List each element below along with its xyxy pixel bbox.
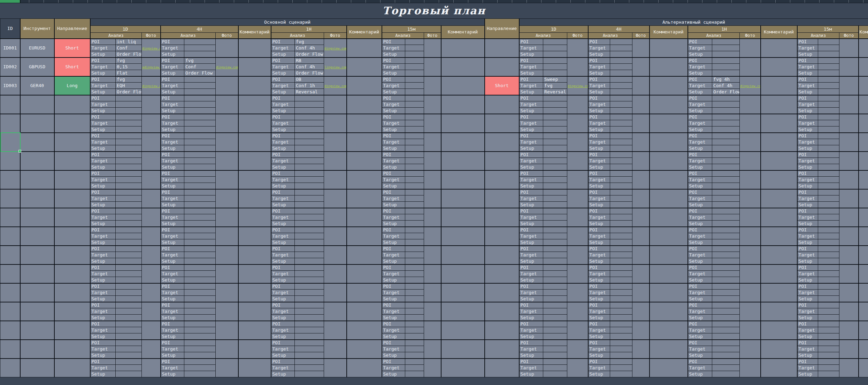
- photo-cell[interactable]: [632, 264, 650, 283]
- analysis-value-cell[interactable]: [543, 359, 567, 365]
- analysis-value-cell[interactable]: [295, 302, 324, 308]
- photo-cell[interactable]: [142, 321, 161, 340]
- analysis-value-cell[interactable]: [712, 333, 740, 340]
- analysis-value-cell[interactable]: [610, 170, 632, 177]
- analysis-value-cell[interactable]: [610, 264, 632, 271]
- comment-cell[interactable]: [347, 359, 382, 377]
- analysis-value-cell[interactable]: [295, 95, 324, 101]
- photo-cell[interactable]: [324, 227, 347, 246]
- analysis-value-cell[interactable]: [712, 133, 740, 139]
- analysis-value-cell[interactable]: [295, 258, 324, 264]
- analysis-value-cell[interactable]: [610, 152, 632, 158]
- analysis-value-cell[interactable]: [712, 352, 740, 359]
- analysis-value-cell[interactable]: [295, 277, 324, 283]
- photo-cell[interactable]: [632, 114, 650, 133]
- analysis-value-cell[interactable]: [543, 95, 567, 101]
- analysis-value-cell[interactable]: [543, 340, 567, 346]
- photo-cell[interactable]: [142, 133, 161, 152]
- analysis-value-cell[interactable]: [116, 158, 142, 164]
- photo-cell[interactable]: dingview.com: [740, 76, 761, 95]
- direction-cell[interactable]: [485, 283, 519, 302]
- photo-cell[interactable]: [740, 95, 761, 114]
- analysis-value-cell[interactable]: [712, 195, 740, 202]
- analysis-value-cell[interactable]: [712, 252, 740, 258]
- analysis-value-cell[interactable]: [405, 271, 424, 277]
- direction-cell[interactable]: [485, 133, 519, 152]
- analysis-value-cell[interactable]: [295, 120, 324, 126]
- direction-cell[interactable]: [54, 170, 90, 189]
- comment-cell[interactable]: [441, 95, 485, 114]
- analysis-value-cell[interactable]: [405, 95, 424, 101]
- analysis-value-cell[interactable]: [184, 227, 216, 233]
- comment-cell[interactable]: [441, 76, 485, 95]
- analysis-value-cell[interactable]: [405, 89, 424, 95]
- analysis-value-cell[interactable]: [818, 359, 839, 365]
- analysis-value-cell[interactable]: [405, 183, 424, 189]
- comment-cell[interactable]: [347, 246, 382, 264]
- analysis-value-cell[interactable]: [712, 214, 740, 221]
- comment-cell[interactable]: [347, 152, 382, 170]
- analysis-value-cell[interactable]: [543, 296, 567, 302]
- analysis-value-cell[interactable]: Order Flow: [116, 51, 142, 57]
- analysis-value-cell[interactable]: [818, 221, 839, 227]
- photo-cell[interactable]: [216, 321, 238, 340]
- photo-cell[interactable]: [142, 208, 161, 227]
- analysis-value-cell[interactable]: [405, 283, 424, 290]
- analysis-value-cell[interactable]: [610, 189, 632, 195]
- photo-link[interactable]: dingview.com: [568, 84, 588, 88]
- photo-link[interactable]: dingview.com: [142, 84, 161, 88]
- photo-cell[interactable]: [424, 321, 441, 340]
- photo-cell[interactable]: [567, 302, 588, 321]
- analysis-value-cell[interactable]: [405, 340, 424, 346]
- analysis-value-cell[interactable]: [405, 64, 424, 70]
- comment-cell[interactable]: [347, 340, 382, 359]
- comment-cell[interactable]: [441, 246, 485, 264]
- instrument-cell[interactable]: [20, 321, 54, 340]
- analysis-value-cell[interactable]: [295, 177, 324, 183]
- comment-cell[interactable]: [650, 246, 688, 264]
- analysis-value-cell[interactable]: [712, 158, 740, 164]
- comment-cell[interactable]: [441, 170, 485, 189]
- analysis-value-cell[interactable]: [405, 290, 424, 296]
- analysis-value-cell[interactable]: [610, 114, 632, 120]
- photo-cell[interactable]: [567, 95, 588, 114]
- id-cell[interactable]: [0, 359, 20, 377]
- photo-cell[interactable]: [142, 283, 161, 302]
- instrument-cell[interactable]: [20, 189, 54, 208]
- id-cell[interactable]: [0, 302, 20, 321]
- analysis-value-cell[interactable]: Order Flow: [184, 70, 216, 76]
- photo-cell[interactable]: [632, 39, 650, 57]
- photo-cell[interactable]: [424, 340, 441, 359]
- analysis-value-cell[interactable]: [295, 239, 324, 246]
- analysis-value-cell[interactable]: Conf 4h: [295, 45, 324, 51]
- analysis-value-cell[interactable]: fvg 4h: [712, 76, 740, 83]
- analysis-value-cell[interactable]: [712, 327, 740, 333]
- analysis-value-cell[interactable]: [543, 271, 567, 277]
- analysis-value-cell[interactable]: [116, 271, 142, 277]
- photo-cell[interactable]: [142, 189, 161, 208]
- comment-cell[interactable]: [441, 340, 485, 359]
- analysis-value-cell[interactable]: [712, 202, 740, 208]
- photo-cell[interactable]: dingview.com: [324, 39, 347, 57]
- comment-cell[interactable]: [859, 95, 868, 114]
- analysis-value-cell[interactable]: [295, 152, 324, 158]
- analysis-value-cell[interactable]: Conf: [116, 45, 142, 51]
- analysis-value-cell[interactable]: [818, 365, 839, 371]
- analysis-value-cell[interactable]: [818, 264, 839, 271]
- analysis-value-cell[interactable]: [184, 133, 216, 139]
- analysis-value-cell[interactable]: [116, 296, 142, 302]
- analysis-value-cell[interactable]: [712, 152, 740, 158]
- analysis-value-cell[interactable]: [610, 371, 632, 377]
- photo-cell[interactable]: lingview.com: [324, 57, 347, 76]
- direction-cell[interactable]: [485, 359, 519, 377]
- analysis-value-cell[interactable]: [543, 70, 567, 76]
- analysis-value-cell[interactable]: [116, 315, 142, 321]
- analysis-value-cell[interactable]: [818, 214, 839, 221]
- analysis-value-cell[interactable]: [543, 177, 567, 183]
- analysis-value-cell[interactable]: [818, 70, 839, 76]
- photo-cell[interactable]: [142, 264, 161, 283]
- analysis-value-cell[interactable]: [184, 252, 216, 258]
- comment-cell[interactable]: [441, 57, 485, 76]
- analysis-value-cell[interactable]: [543, 202, 567, 208]
- analysis-value-cell[interactable]: [405, 246, 424, 252]
